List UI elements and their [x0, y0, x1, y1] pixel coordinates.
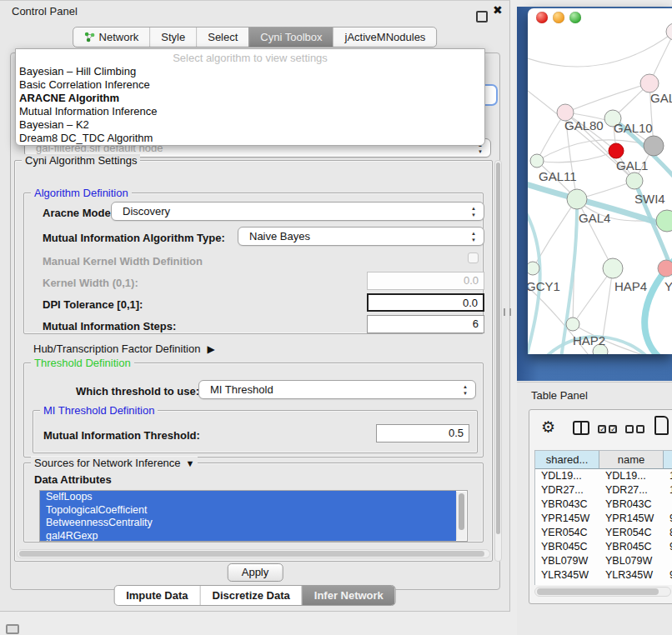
settings-horizontal-scrollbar[interactable] — [17, 549, 490, 558]
node-label: SWI4 — [634, 192, 665, 206]
mi-steps-field[interactable]: 6 — [367, 315, 484, 333]
table-row[interactable]: YIL052CYIL052C0 — [535, 582, 672, 585]
checkbox-checked-icon[interactable]: ✓ — [609, 425, 617, 433]
network-node[interactable] — [603, 258, 623, 278]
network-window[interactable]: GALGAL80GAL10GAL1GAL11SWI4GAL4GCY1HAP4YH… — [528, 8, 672, 354]
tab-infer-network[interactable]: Infer Network — [302, 586, 395, 605]
mi-threshold-field[interactable]: 0.5 — [376, 424, 469, 442]
control-panel-window: Control Panel ✖ NetworkStyleSelectCyni T… — [0, 0, 510, 612]
tab-jactivemnodules[interactable]: jActiveMNodules — [333, 28, 437, 47]
table-row[interactable]: YBR045CYBR045C9. — [535, 540, 672, 554]
node-label: GAL4 — [579, 211, 610, 225]
which-threshold-value: MI Threshold — [210, 383, 273, 396]
network-edge — [528, 32, 672, 67]
column-header-name[interactable]: name — [599, 451, 664, 469]
float-window-icon[interactable] — [476, 11, 488, 22]
attributes-scrollbar[interactable] — [456, 492, 466, 540]
table-row[interactable]: YER054CYER054C8. — [535, 526, 672, 540]
gear-icon[interactable]: ⚙ — [541, 418, 555, 437]
algorithm-option[interactable]: Dream8 DC_TDC Algorithm — [16, 132, 484, 145]
table-cell: YBR045C — [535, 540, 599, 554]
tab-discretize-data[interactable]: Discretize Data — [200, 586, 302, 605]
kernel-width-field[interactable]: 0.0 — [367, 272, 484, 290]
network-node[interactable] — [640, 74, 659, 92]
data-attribute-item[interactable]: SelfLoops — [40, 491, 456, 504]
manual-kernel-checkbox[interactable] — [468, 252, 479, 263]
dpi-tolerance-field[interactable]: 0.0 — [367, 293, 484, 312]
hub-definition-label: Hub/Transcription Factor Definition — [33, 342, 200, 355]
network-node[interactable] — [566, 318, 579, 331]
combo-arrows-icon: ▲▼ — [470, 205, 477, 218]
table-row[interactable]: YBL079WYBL079W — [535, 554, 672, 568]
network-node[interactable] — [656, 210, 672, 232]
node-label: GAL — [650, 91, 672, 105]
mi-threshold-definition-group: MI Threshold Definition Mutual Informati… — [33, 410, 478, 453]
hub-definition-toggle[interactable]: Hub/Transcription Factor Definition▶ — [33, 342, 215, 355]
table-horizontal-scrollbar[interactable] — [534, 587, 671, 597]
algorithm-definition-title: Algorithm Definition — [31, 187, 132, 199]
checkbox-unchecked-icon[interactable] — [625, 425, 634, 433]
settings-group-title: Cyni Algorithm Settings — [22, 154, 140, 167]
tab-network[interactable]: Network — [73, 28, 150, 47]
tab-select[interactable]: Select — [196, 28, 248, 47]
algorithm-option[interactable]: Basic Correlation Inference — [16, 78, 484, 92]
mi-algorithm-type-combobox[interactable]: Naive Bayes ▲▼ — [238, 227, 484, 246]
data-attribute-item[interactable]: BetweennessCentrality — [40, 517, 456, 530]
minimize-traffic-light-icon[interactable] — [553, 12, 564, 23]
expand-down-icon: ▼ — [186, 458, 195, 468]
checkbox-unchecked-icon[interactable] — [636, 425, 644, 433]
tab-style[interactable]: Style — [149, 28, 196, 47]
network-canvas[interactable]: GALGAL80GAL10GAL1GAL11SWI4GAL4GCY1HAP4YH… — [528, 8, 672, 354]
data-attributes-list[interactable]: SelfLoopsTopologicalCoefficientBetweenne… — [39, 490, 468, 542]
network-node[interactable] — [609, 143, 624, 158]
close-traffic-light-icon[interactable] — [536, 12, 548, 23]
table-row[interactable]: YBR043CYBR043C — [535, 498, 672, 512]
network-node[interactable] — [528, 262, 539, 275]
aracne-mode-label: Aracne Mode: — [43, 207, 114, 219]
sources-group-title[interactable]: Sources for Network Inference▼ — [31, 457, 198, 469]
apply-button[interactable]: Apply — [228, 563, 283, 582]
data-attribute-item[interactable]: gal4RGexp — [40, 530, 456, 542]
table-header-row: shared...nameA — [535, 451, 672, 469]
zoom-traffic-light-icon[interactable] — [569, 12, 581, 23]
columns-icon[interactable] — [573, 421, 589, 435]
algorithm-option[interactable]: Mutual Information Inference — [16, 105, 484, 118]
algorithm-option[interactable]: Bayesian – K2 — [16, 118, 484, 132]
column-header-a[interactable]: A — [664, 451, 672, 469]
column-header-shared-[interactable]: shared... — [535, 451, 599, 469]
tab-impute-data[interactable]: Impute Data — [114, 586, 199, 605]
network-node[interactable] — [644, 136, 664, 156]
network-edge — [565, 83, 649, 112]
aracne-mode-combobox[interactable]: Discovery ▲▼ — [111, 202, 484, 221]
restore-panel-icon[interactable] — [6, 624, 19, 634]
network-node[interactable] — [567, 189, 587, 209]
table-cell: YBR045C — [599, 540, 664, 554]
checkbox-checked-icon[interactable]: ✓ — [598, 425, 606, 433]
algorithm-option[interactable]: Bayesian – Hill Climbing — [16, 65, 484, 78]
tab-cyni-toolbox[interactable]: Cyni Toolbox — [248, 28, 333, 47]
which-threshold-combobox[interactable]: MI Threshold ▲▼ — [198, 380, 476, 399]
table-row[interactable]: YPR145WYPR145W9. — [535, 512, 672, 526]
document-icon[interactable] — [654, 416, 669, 435]
expand-right-icon: ▶ — [207, 343, 214, 355]
table-cell: 9. — [664, 568, 672, 582]
table-row[interactable]: YDL19...YDL19...13 — [535, 469, 672, 483]
network-node[interactable] — [658, 260, 672, 277]
network-node[interactable] — [626, 172, 643, 189]
cyni-bottom-tabs: Impute DataDiscretize DataInfer Network — [113, 585, 396, 606]
table-row[interactable]: YDR27...YDR27...12 — [535, 483, 672, 498]
settings-vertical-scrollbar[interactable] — [494, 160, 502, 562]
table-row[interactable]: YLR345WYLR345W9. — [535, 568, 672, 582]
table-cell: YDR27... — [535, 483, 599, 498]
data-attribute-item[interactable]: TopologicalCoefficient — [40, 504, 456, 518]
network-node[interactable] — [530, 154, 544, 168]
close-icon[interactable]: ✖ — [493, 3, 503, 17]
node-label: GCY1 — [528, 279, 560, 293]
mi-steps-value: 6 — [473, 318, 479, 330]
panel-splitter-handle[interactable] — [504, 308, 511, 316]
table-cell: YIL052C — [535, 582, 599, 585]
table-cell: YIL052C — [599, 582, 664, 585]
table-panel-title: Table Panel — [531, 389, 588, 402]
node-table[interactable]: shared...nameA YDL19...YDL19...13YDR27..… — [534, 450, 672, 585]
algorithm-option[interactable]: ARACNE Algorithm — [16, 92, 484, 105]
